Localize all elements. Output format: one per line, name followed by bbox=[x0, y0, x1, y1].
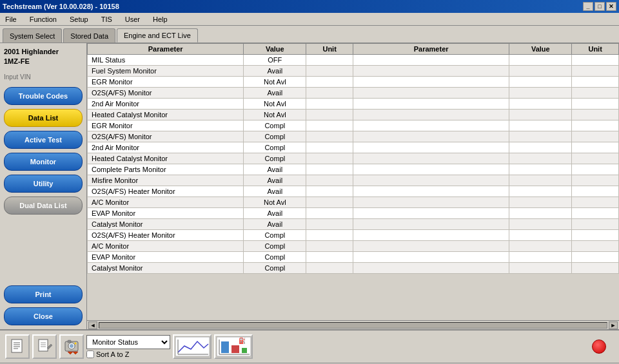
cell-unit1 bbox=[306, 110, 353, 120]
col-header-value2: Value bbox=[509, 44, 572, 55]
fuel-graph-button[interactable]: ⛽ bbox=[214, 334, 253, 359]
cell-unit2 bbox=[572, 263, 619, 274]
cell-value2 bbox=[509, 175, 572, 186]
title-bar: Techstream (Ver 10.00.028) - 10158 _ □ ✕ bbox=[0, 0, 619, 13]
cell-param2 bbox=[353, 208, 509, 219]
scroll-left[interactable]: ◄ bbox=[88, 321, 97, 329]
cell-unit1 bbox=[306, 164, 353, 175]
cell-param2 bbox=[353, 110, 509, 120]
tab-system-select[interactable]: System Select bbox=[3, 28, 62, 43]
cell-param2 bbox=[353, 186, 509, 197]
cell-value1: Avail bbox=[244, 88, 306, 99]
svg-text:⛽: ⛽ bbox=[239, 337, 246, 345]
input-vin-label: Input VIN bbox=[4, 73, 83, 81]
table-row: O2S(A/FS) Monitor Avail bbox=[88, 88, 619, 99]
line-graph-button[interactable] bbox=[173, 334, 211, 359]
print-button[interactable]: Print bbox=[4, 285, 83, 303]
data-list-button[interactable]: Data List bbox=[4, 109, 83, 127]
cell-unit2 bbox=[572, 175, 619, 186]
table-row: EVAP Monitor Compl bbox=[88, 252, 619, 263]
cell-unit1 bbox=[306, 208, 353, 219]
close-button[interactable]: Close bbox=[4, 307, 83, 325]
cell-value2 bbox=[509, 142, 572, 153]
cell-param1: Complete Parts Monitor bbox=[88, 164, 244, 175]
cell-unit2 bbox=[572, 186, 619, 197]
menu-help[interactable]: Help bbox=[150, 15, 170, 24]
cell-param1: O2S(A/FS) Monitor bbox=[88, 131, 244, 142]
menu-setup[interactable]: Setup bbox=[67, 15, 91, 24]
table-row: EGR Monitor Compl bbox=[88, 120, 619, 131]
record-button[interactable] bbox=[592, 340, 606, 354]
cell-unit2 bbox=[572, 241, 619, 252]
cell-param2 bbox=[353, 120, 509, 131]
cell-unit1 bbox=[306, 153, 353, 164]
sort-checkbox[interactable] bbox=[86, 350, 94, 358]
cell-param2 bbox=[353, 153, 509, 164]
cell-param2 bbox=[353, 77, 509, 88]
main-content: 2001 Highlander 1MZ-FE Input VIN Trouble… bbox=[0, 43, 619, 329]
maximize-button[interactable]: □ bbox=[594, 2, 605, 11]
fuel-graph-icon: ⛽ bbox=[216, 336, 251, 357]
svg-rect-22 bbox=[242, 348, 247, 353]
doc-button[interactable] bbox=[5, 334, 30, 359]
scroll-right[interactable]: ► bbox=[609, 321, 618, 329]
cell-unit1 bbox=[306, 219, 353, 230]
cell-param2 bbox=[353, 131, 509, 142]
svg-rect-20 bbox=[221, 341, 229, 353]
table-row: O2S(A/FS) Monitor Compl bbox=[88, 131, 619, 142]
dual-data-list-button[interactable]: Dual Data List bbox=[4, 196, 83, 215]
menu-file[interactable]: File bbox=[3, 15, 19, 24]
tab-stored-data[interactable]: Stored Data bbox=[63, 28, 115, 43]
tab-engine-ect-live[interactable]: Engine and ECT Live bbox=[117, 28, 198, 43]
cell-unit2 bbox=[572, 142, 619, 153]
cell-param1: EGR Monitor bbox=[88, 120, 244, 131]
cell-unit1 bbox=[306, 186, 353, 197]
menu-bar: File Function Setup TIS User Help bbox=[0, 13, 619, 26]
table-row: A/C Monitor Compl bbox=[88, 241, 619, 252]
cell-param2 bbox=[353, 55, 509, 66]
minimize-button[interactable]: _ bbox=[583, 2, 593, 11]
menu-user[interactable]: User bbox=[123, 15, 142, 24]
utility-button[interactable]: Utility bbox=[4, 175, 83, 193]
table-row: MIL Status OFF bbox=[88, 55, 619, 66]
cell-param1: EGR Monitor bbox=[88, 77, 244, 88]
cell-unit1 bbox=[306, 120, 353, 131]
col-header-unit2: Unit bbox=[572, 44, 619, 55]
cell-unit2 bbox=[572, 131, 619, 142]
data-area: Parameter Value Unit Parameter Value Uni… bbox=[87, 43, 619, 329]
cell-value1: Avail bbox=[244, 219, 306, 230]
cell-param1: O2S(A/FS) Heater Monitor bbox=[88, 230, 244, 241]
close-window-button[interactable]: ✕ bbox=[606, 2, 616, 11]
trouble-codes-button[interactable]: Trouble Codes bbox=[4, 87, 83, 105]
sort-area: Sort A to Z bbox=[86, 350, 170, 358]
cell-value2 bbox=[509, 164, 572, 175]
menu-function[interactable]: Function bbox=[27, 15, 59, 24]
cell-param2 bbox=[353, 219, 509, 230]
cell-param1: EVAP Monitor bbox=[88, 252, 244, 263]
snapshot-button[interactable] bbox=[59, 334, 84, 359]
table-row: EGR Monitor Not Avl bbox=[88, 77, 619, 88]
cell-value1: Compl bbox=[244, 131, 306, 142]
active-test-button[interactable]: Active Test bbox=[4, 131, 83, 149]
cell-param2 bbox=[353, 241, 509, 252]
vehicle-engine: 1MZ-FE bbox=[4, 57, 83, 66]
scroll-track[interactable] bbox=[99, 322, 607, 329]
edit-button[interactable] bbox=[32, 334, 57, 359]
cell-param1: Catalyst Monitor bbox=[88, 263, 244, 274]
cell-param2 bbox=[353, 175, 509, 186]
table-row: Catalyst Monitor Compl bbox=[88, 263, 619, 274]
sort-label: Sort A to Z bbox=[96, 350, 129, 358]
svg-rect-5 bbox=[39, 340, 48, 351]
menu-tis[interactable]: TIS bbox=[99, 15, 115, 24]
cell-value2 bbox=[509, 120, 572, 131]
monitor-status-dropdown[interactable]: Monitor Status bbox=[86, 335, 170, 349]
monitor-button[interactable]: Monitor bbox=[4, 153, 83, 171]
cell-unit1 bbox=[306, 230, 353, 241]
horizontal-scrollbar[interactable]: ◄ ► bbox=[87, 320, 619, 329]
cell-param1: Catalyst Monitor bbox=[88, 219, 244, 230]
table-row: Complete Parts Monitor Avail bbox=[88, 164, 619, 175]
cell-value1: Compl bbox=[244, 120, 306, 131]
data-table-container[interactable]: Parameter Value Unit Parameter Value Uni… bbox=[87, 43, 619, 320]
cell-value2 bbox=[509, 88, 572, 99]
cell-value1: Avail bbox=[244, 186, 306, 197]
